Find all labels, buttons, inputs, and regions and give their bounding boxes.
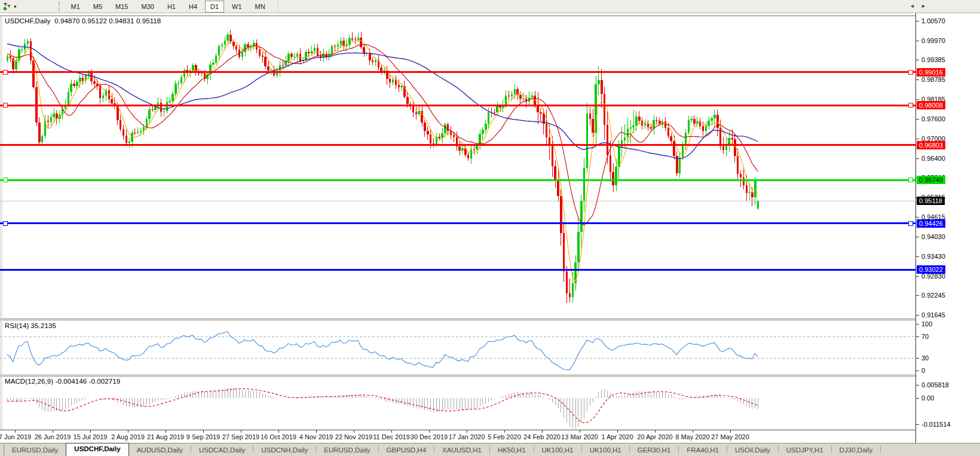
macd-axis-tick [916, 398, 919, 399]
candle-body [488, 112, 490, 124]
candle-body [708, 121, 710, 127]
candle-body [172, 94, 174, 101]
price-line-handle[interactable] [908, 103, 912, 108]
candle-body [557, 180, 559, 196]
price-line-handle[interactable] [908, 178, 912, 182]
candle-body [93, 81, 96, 84]
candle-body [552, 146, 554, 166]
chart-tools-icon[interactable] [2, 2, 12, 11]
candle-body [351, 38, 354, 39]
candle-body [499, 106, 501, 108]
candle-body [174, 84, 177, 94]
timeframe-button-MN[interactable]: MN [250, 1, 271, 13]
candle-body [134, 133, 136, 133]
rsi-axis-tick [916, 358, 919, 359]
timeframe-button-H4[interactable]: H4 [183, 1, 203, 13]
chart-tab-bar: EURUSD,DailyUSDCHF,DailyAUDUSD,DailyUSDC… [0, 443, 980, 456]
date-tick-mark [580, 430, 580, 433]
timeframe-button-H1[interactable]: H1 [162, 1, 181, 13]
tab-EURUSD-Daily[interactable]: EURUSD,Daily [316, 445, 378, 456]
price-tick-label: 0.91645 [921, 311, 945, 319]
price-line-handle[interactable] [3, 70, 7, 74]
candle-body [290, 54, 293, 57]
candle-body [82, 78, 84, 81]
candle-body [15, 60, 17, 69]
main-chart-pane [0, 30, 915, 304]
candle-body [79, 78, 81, 82]
tab-USDJPY-H1[interactable]: USDJPY,H1 [779, 445, 831, 456]
tab-UK100-H1[interactable]: UK100,H1 [534, 445, 581, 456]
date-label: 4 Nov 2019 [299, 433, 333, 440]
chart-canvas[interactable] [0, 13, 915, 430]
chevron-down-icon[interactable]: ▾ [14, 4, 17, 10]
axis-tick-mark [916, 60, 919, 60]
price-axis[interactable]: 1.005700.999700.993850.987850.981850.976… [915, 13, 980, 443]
candle-body [598, 80, 600, 84]
rsi-line [7, 332, 758, 370]
candle-body [183, 70, 186, 77]
candle-body [627, 128, 629, 137]
candle-body [218, 46, 220, 56]
timeframe-button-M30[interactable]: M30 [136, 1, 160, 13]
tab-AUDUSD-Daily[interactable]: AUDUSD,Daily [129, 445, 191, 456]
candle-body [262, 56, 264, 57]
candle-body [610, 155, 612, 172]
date-tick-mark [278, 430, 279, 433]
price-line-handle[interactable] [3, 221, 7, 225]
candle-body [53, 114, 55, 117]
date-tick-mark [241, 430, 241, 433]
tab-DJ30-Daily[interactable]: DJ30,Daily [832, 445, 881, 456]
candle-body [737, 156, 739, 174]
tab-EURUSD-Daily[interactable]: EURUSD,Daily [4, 445, 66, 456]
tab-USOil-Daily[interactable]: USOil,Daily [727, 445, 778, 456]
timeframe-button-D1[interactable]: D1 [205, 1, 224, 13]
candle-body [369, 53, 371, 60]
tab-UK100-H1[interactable]: UK100,H1 [582, 445, 629, 456]
candle-body [192, 65, 194, 71]
candle-body [438, 137, 440, 138]
tab-scroll-left-icon[interactable]: ◄ [909, 3, 921, 9]
tab-USDCHF-Daily[interactable]: USDCHF,Daily [66, 443, 128, 456]
date-tick-mark [203, 430, 204, 433]
candle-body [221, 45, 223, 46]
tab-GER30-H1[interactable]: GER30,H1 [630, 445, 679, 456]
timeframe-button-M15[interactable]: M15 [110, 1, 133, 13]
macd-pane [7, 388, 758, 429]
timeframe-button-M1[interactable]: M1 [66, 1, 85, 13]
timeframe-button-M5[interactable]: M5 [88, 1, 108, 13]
timeframe-button-W1[interactable]: W1 [226, 1, 247, 13]
candle-body [32, 60, 35, 87]
tab-FRA40-H1[interactable]: FRA40,H1 [679, 445, 727, 456]
candle-body [615, 167, 617, 185]
candle-body [24, 44, 26, 50]
tab-XAUUSD-H1[interactable]: XAUUSD,H1 [434, 445, 489, 456]
date-label: 20 Apr 2020 [637, 433, 672, 440]
axis-tick-mark [916, 158, 919, 159]
axis-tick-mark [916, 21, 919, 22]
candle-body [406, 97, 409, 104]
date-axis[interactable]: 7 Jun 201926 Jun 201915 Jul 20192 Aug 20… [0, 430, 915, 443]
date-tick-mark [15, 430, 16, 433]
tab-HK50-H1[interactable]: HK50,H1 [490, 445, 534, 456]
candle-body [664, 121, 667, 128]
chart-window: USDCHF,Daily 0.94870 0.95122 0.94831 0.9… [0, 13, 980, 443]
tab-USDCAD-Daily[interactable]: USDCAD,Daily [191, 445, 253, 456]
price-line-handle[interactable] [3, 178, 7, 182]
price-tick-label: 1.00570 [921, 17, 945, 25]
date-tick-mark [90, 430, 91, 433]
price-line-handle[interactable] [908, 70, 912, 74]
price-line-handle[interactable] [3, 103, 7, 108]
price-line-handle[interactable] [908, 221, 912, 225]
date-tick-mark [504, 430, 505, 433]
candle-body [287, 54, 290, 61]
price-level-badge-0.98008: 0.98008 [917, 101, 945, 109]
candle-body [70, 84, 72, 92]
tab-GBPUSD-H4[interactable]: GBPUSD,H4 [379, 445, 434, 456]
date-tick-mark [617, 430, 618, 433]
date-tick-mark [391, 430, 392, 433]
tab-scroll-right-icon[interactable]: ► [921, 3, 932, 9]
candle-body [380, 68, 382, 71]
tab-USDCNH-Daily[interactable]: USDCNH,Daily [253, 445, 316, 456]
candle-body [264, 57, 267, 66]
candle-body [241, 52, 244, 57]
